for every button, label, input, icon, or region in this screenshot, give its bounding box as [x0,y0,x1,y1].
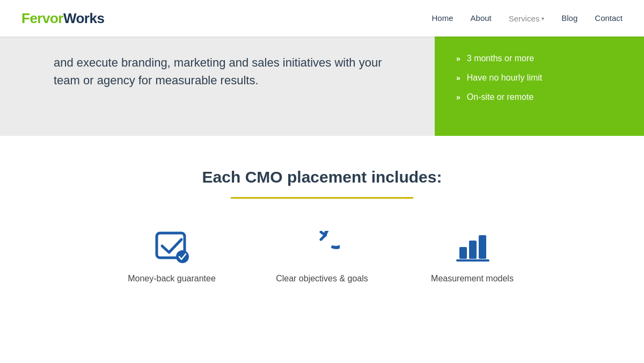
hero-text: and execute branding, marketing and sale… [54,54,402,89]
svg-point-1 [176,250,189,263]
list-item: » 3 months or more [456,54,623,63]
checkmark-icon [153,231,191,263]
feature-clear-objectives: Clear objectives & goals [274,231,370,284]
nav-item-home[interactable]: Home [432,13,453,23]
nav-links: Home About Services ▾ Blog Contact [432,13,623,23]
nav-link-contact[interactable]: Contact [595,13,623,23]
feature-measurement: Measurement models [424,231,521,284]
arrow-icon: » [456,93,460,101]
logo-fervor: Fervor [21,10,63,26]
hero-list-item-1: 3 months or more [467,54,534,63]
site-logo[interactable]: FervorWorks [21,10,104,27]
feature-label-clear-objectives: Clear objectives & goals [276,274,368,284]
feature-money-back: Money-back guarantee [123,231,220,284]
nav-item-contact[interactable]: Contact [595,13,623,23]
main-content: Each CMO placement includes: Money-back … [0,136,644,326]
nav-item-blog[interactable]: Blog [561,13,577,23]
hero-list-item-2: Have no hourly limit [467,73,543,83]
feature-label-measurement: Measurement models [431,274,514,284]
hero-list-item-3: On-site or remote [467,92,533,102]
chevron-down-icon: ▾ [541,16,544,21]
nav-link-home[interactable]: Home [432,13,453,23]
svg-rect-3 [469,241,477,259]
features-grid: Money-back guarantee Clear objectives & … [11,231,633,284]
nav-link-services[interactable]: Services ▾ [509,14,545,23]
navbar: FervorWorks Home About Services ▾ Blog C… [0,0,644,37]
nav-link-about[interactable]: About [471,13,492,23]
nav-item-services[interactable]: Services ▾ [509,14,545,23]
feature-label-money-back: Money-back guarantee [128,274,216,284]
list-item: » Have no hourly limit [456,73,623,83]
arrow-icon: » [456,74,460,82]
nav-link-blog[interactable]: Blog [561,13,577,23]
nav-item-about[interactable]: About [471,13,492,23]
refresh-icon [303,231,341,263]
hero-left: and execute branding, marketing and sale… [0,37,435,136]
svg-rect-4 [479,235,486,259]
list-item: » On-site or remote [456,92,623,102]
title-divider [231,197,413,199]
hero-section: and execute branding, marketing and sale… [0,37,644,136]
arrow-icon: » [456,54,460,63]
hero-right: » 3 months or more » Have no hourly limi… [435,37,644,136]
svg-rect-2 [459,247,467,259]
chart-icon [453,231,491,263]
logo-works: Works [63,10,105,26]
section-title: Each CMO placement includes: [11,168,633,186]
hero-list: » 3 months or more » Have no hourly limi… [456,54,623,102]
